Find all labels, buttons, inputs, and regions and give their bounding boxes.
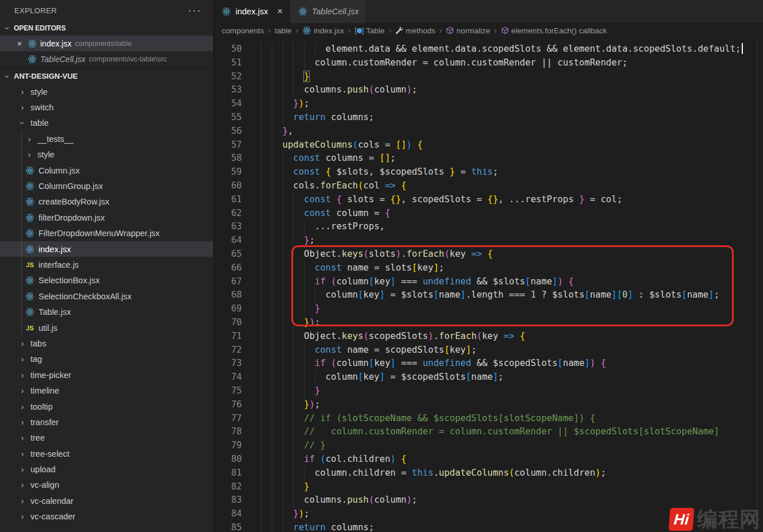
line-number[interactable]: 73: [214, 357, 261, 371]
code-line[interactable]: 75}: [214, 384, 763, 398]
code-line[interactable]: 57updateColumns(cols = []) {: [214, 138, 763, 152]
line-number[interactable]: 77: [214, 412, 261, 426]
line-number[interactable]: 75: [214, 384, 261, 398]
line-number[interactable]: 78: [214, 425, 261, 439]
code-line[interactable]: 69}: [214, 302, 763, 316]
line-number[interactable]: 64: [214, 234, 261, 248]
sidebar-item-tag[interactable]: tag: [0, 352, 213, 367]
sidebar-item-tree[interactable]: tree: [0, 430, 213, 446]
line-number[interactable]: 68: [214, 288, 261, 302]
line-number[interactable]: 81: [214, 467, 261, 480]
line-number[interactable]: 63: [214, 220, 261, 234]
tab-tablecell.jsx[interactable]: TableCell.jsx: [290, 0, 367, 23]
breadcrumb-item[interactable]: methods: [395, 26, 436, 35]
code-line[interactable]: 50element.data && element.data.scopedSlo…: [214, 43, 763, 56]
code-line[interactable]: 81column.children = this.updateColumns(c…: [214, 467, 763, 480]
code-line[interactable]: 80if (col.children) {: [214, 453, 763, 467]
sidebar-item-index-jsx[interactable]: index.jsx: [0, 241, 213, 257]
line-number[interactable]: 59: [214, 165, 261, 179]
open-editors-header[interactable]: OPEN EDITORS: [0, 21, 213, 36]
sidebar-item-tree-select[interactable]: tree-select: [0, 446, 213, 461]
code-line[interactable]: 62const column = {: [214, 207, 763, 221]
breadcrumb-item[interactable]: normalize: [446, 26, 490, 35]
sidebar-item-util-js[interactable]: JSutil.js: [0, 320, 213, 336]
breadcrumb-item[interactable]: []Table: [354, 26, 384, 35]
line-number[interactable]: 61: [214, 193, 261, 207]
code-line[interactable]: 67if (column[key] === undefined && $slot…: [214, 275, 763, 289]
code-line[interactable]: 64};: [214, 234, 763, 248]
sidebar-item-style[interactable]: style: [0, 84, 213, 99]
line-number[interactable]: 70: [214, 316, 261, 330]
editor-scrollbar[interactable]: [757, 38, 763, 532]
tab-index.jsx[interactable]: index.jsx×: [214, 0, 290, 23]
code-line[interactable]: 56},: [214, 125, 763, 138]
close-icon[interactable]: ×: [277, 6, 282, 17]
sidebar-item-table[interactable]: table: [0, 115, 213, 131]
breadcrumb-item[interactable]: index.jsx: [302, 26, 344, 35]
breadcrumb-item[interactable]: components: [222, 26, 264, 35]
line-number[interactable]: 67: [214, 275, 261, 289]
line-number[interactable]: 71: [214, 330, 261, 344]
sidebar-item-transfer[interactable]: transfer: [0, 414, 213, 430]
line-number[interactable]: 83: [214, 494, 261, 507]
sidebar-item-style[interactable]: style: [0, 147, 213, 163]
line-number[interactable]: 66: [214, 261, 261, 275]
code-editor[interactable]: 50element.data && element.data.scopedSlo…: [214, 38, 763, 532]
sidebar-item-filterdropdownmenuwrapper-jsx[interactable]: FilterDropdownMenuWrapper.jsx: [0, 226, 213, 241]
sidebar-item-table-jsx[interactable]: Table.jsx: [0, 304, 213, 319]
line-number[interactable]: 82: [214, 480, 261, 494]
code-line[interactable]: 76});: [214, 398, 763, 412]
code-line[interactable]: 83columns.push(column);: [214, 494, 763, 507]
sidebar-item-selectioncheckboxall-jsx[interactable]: SelectionCheckboxAll.jsx: [0, 288, 213, 304]
breadcrumb-item[interactable]: elements.forEach() callback: [501, 26, 607, 35]
sidebar-item-column-jsx[interactable]: Column.jsx: [0, 163, 213, 178]
code-line[interactable]: 63...restProps,: [214, 220, 763, 234]
open-editor-item[interactable]: TableCell.jsxcomponents\vc-table\src: [0, 51, 213, 67]
line-number[interactable]: 84: [214, 507, 261, 521]
sidebar-item-time-picker[interactable]: time-picker: [0, 367, 213, 383]
line-number[interactable]: 74: [214, 371, 261, 384]
code-line[interactable]: 55return columns;: [214, 111, 763, 125]
breadcrumb-item[interactable]: table: [275, 26, 291, 35]
line-number[interactable]: 85: [214, 521, 261, 532]
code-line[interactable]: 73if (column[key] === undefined && $scop…: [214, 357, 763, 371]
code-line[interactable]: 79// }: [214, 439, 763, 453]
line-number[interactable]: 80: [214, 453, 261, 467]
code-line[interactable]: 78// column.customRender = column.custom…: [214, 425, 763, 439]
line-number[interactable]: 53: [214, 83, 261, 97]
line-number[interactable]: 58: [214, 152, 261, 165]
sidebar-item-vc-cascader[interactable]: vc-cascader: [0, 509, 213, 525]
line-number[interactable]: 72: [214, 344, 261, 357]
line-number[interactable]: 57: [214, 138, 261, 152]
line-number[interactable]: 52: [214, 70, 261, 84]
sidebar-item-columngroup-jsx[interactable]: ColumnGroup.jsx: [0, 178, 213, 194]
sidebar-item-filterdropdown-jsx[interactable]: filterDropdown.jsx: [0, 210, 213, 225]
code-line[interactable]: 51column.customRender = column.customRen…: [214, 56, 763, 70]
line-number[interactable]: 55: [214, 111, 261, 125]
sidebar-item-vc-calendar[interactable]: vc-calendar: [0, 493, 213, 508]
sidebar-item-interface-js[interactable]: JSinterface.js: [0, 257, 213, 272]
line-number[interactable]: 76: [214, 398, 261, 412]
sidebar-item-tooltip[interactable]: tooltip: [0, 399, 213, 414]
line-number[interactable]: 50: [214, 43, 261, 56]
line-number[interactable]: 62: [214, 207, 261, 221]
code-line[interactable]: 82}: [214, 480, 763, 494]
sidebar-item-vc-align[interactable]: vc-align: [0, 477, 213, 493]
line-number[interactable]: 69: [214, 302, 261, 316]
sidebar-item-timeline[interactable]: timeline: [0, 383, 213, 398]
line-number[interactable]: 56: [214, 125, 261, 138]
code-line[interactable]: 52}: [214, 70, 763, 84]
sidebar-item-selectionbox-jsx[interactable]: SelectionBox.jsx: [0, 273, 213, 288]
line-number[interactable]: 65: [214, 248, 261, 261]
sidebar-item--tests-[interactable]: __tests__: [0, 131, 213, 147]
explorer-more-actions-icon[interactable]: ···: [188, 5, 202, 17]
sidebar-item-createbodyrow-jsx[interactable]: createBodyRow.jsx: [0, 194, 213, 210]
code-line[interactable]: 72const name = scopedSlots[key];: [214, 344, 763, 357]
sidebar-item-upload[interactable]: upload: [0, 461, 213, 477]
sidebar-item-switch[interactable]: switch: [0, 99, 213, 115]
code-line[interactable]: 54});: [214, 97, 763, 111]
project-header[interactable]: ANT-DESIGN-VUE: [0, 68, 213, 84]
code-line[interactable]: 68column[key] = $slots[name].length === …: [214, 288, 763, 302]
line-number[interactable]: 60: [214, 179, 261, 193]
code-line[interactable]: 66const name = slots[key];: [214, 261, 763, 275]
